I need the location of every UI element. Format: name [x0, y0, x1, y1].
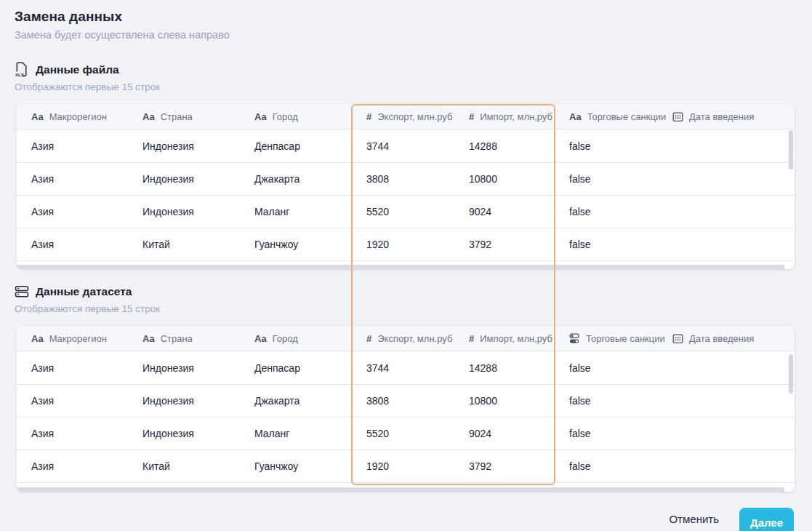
column-header-sanctions: AaТорговые санкции — [555, 104, 658, 129]
text-type-icon: Aa — [569, 112, 582, 121]
column-label: Импорт, млн,руб — [480, 111, 552, 122]
file-data-table: AaМакрорегионAaСтранаAaГород#Экспорт, мл… — [17, 104, 795, 269]
column-header-macroregion: AaМакрорегион — [17, 104, 128, 129]
table-cell: Азия — [17, 228, 128, 260]
section-subtitle-file: Отображаются первые 15 строк — [15, 81, 160, 92]
table-cell: false — [555, 351, 658, 384]
dataset-data-section-header: Данные датасета Отображаются первые 15 с… — [15, 284, 160, 314]
column-label: Импорт, млн,руб — [480, 333, 552, 344]
text-type-icon: Aa — [31, 334, 44, 343]
number-type-icon: # — [469, 334, 474, 343]
table-cell: false — [555, 163, 658, 195]
section-title-file: Данные файла — [36, 63, 119, 76]
column-header-city: AaГород — [240, 326, 352, 351]
table-cell: Индонезия — [128, 129, 240, 162]
table-cell: false — [555, 129, 658, 162]
xls-file-icon: XLS — [15, 62, 29, 77]
table-cell: Индонезия — [128, 196, 240, 228]
table-cell: 10800 — [454, 385, 555, 417]
table-cell: false — [555, 228, 658, 260]
table-cell: 5520 — [352, 196, 454, 228]
table-cell: false — [555, 385, 658, 417]
number-type-icon: # — [366, 334, 371, 343]
dataset-data-table: AaМакрорегионAaСтранаAaГород#Экспорт, мл… — [17, 326, 795, 492]
column-label: Дата введения — [689, 111, 754, 122]
table-cell: 3808 — [352, 385, 454, 417]
page-subtitle: Замена будет осуществлена слева направо — [15, 29, 230, 41]
column-label: Дата введения — [689, 333, 754, 344]
toggle-type-icon — [569, 333, 580, 344]
table-cell: Денпасар — [240, 351, 352, 384]
column-header-country: AaСтрана — [128, 326, 240, 351]
table-row: АзияКитайГуанчжоу19203792false — [17, 228, 795, 260]
table-cell: Азия — [17, 129, 128, 162]
table-cell: Азия — [17, 385, 128, 417]
column-header-country: AaСтрана — [128, 104, 240, 129]
column-header-export: #Экспорт, млн.руб — [352, 104, 454, 129]
number-type-icon: # — [366, 112, 371, 121]
table-row: АзияКитайГуанчжоу19203792false — [17, 450, 795, 482]
column-label: Макрорегион — [49, 333, 107, 344]
table-cell: Денпасар — [240, 129, 352, 162]
table-cell: 1920 — [352, 450, 454, 482]
column-header-import: #Импорт, млн,руб — [454, 104, 555, 129]
table-cell: Джакарта — [240, 385, 352, 417]
database-icon — [15, 284, 29, 299]
column-header-city: AaГород — [240, 104, 352, 129]
table-cell: 5520 — [352, 418, 454, 450]
horizontal-scrollbar-thumb[interactable] — [17, 265, 784, 269]
table-cell: false — [555, 418, 658, 450]
table-cell: Индонезия — [128, 385, 240, 417]
file-data-section-header: XLS Данные файла Отображаются первые 15 … — [15, 62, 160, 92]
table-cell: 3792 — [454, 228, 555, 260]
table-cell: Индонезия — [128, 418, 240, 450]
table-cell: Джакарта — [240, 163, 352, 195]
table-cell: 1920 — [352, 228, 454, 260]
page-title: Замена данных — [15, 9, 122, 25]
column-header-date: Дата введения — [658, 326, 795, 351]
table-cell: 14288 — [454, 351, 555, 384]
table-cell: Гуанчжоу — [240, 450, 352, 482]
replace-data-modal: Замена данных Замена будет осуществлена … — [0, 0, 812, 531]
table-cell — [658, 163, 795, 195]
column-header-sanctions: Торговые санкции — [555, 326, 658, 351]
table-cell — [658, 385, 795, 417]
table-cell: 3744 — [352, 129, 454, 162]
next-button[interactable]: Далее — [739, 508, 794, 531]
svg-text:XLS: XLS — [15, 72, 24, 77]
table-cell: Китай — [128, 450, 240, 482]
column-label: Экспорт, млн.руб — [377, 111, 452, 122]
section-title-dataset: Данные датасета — [36, 285, 132, 298]
calendar-icon — [672, 333, 683, 344]
vertical-scrollbar-thumb[interactable] — [789, 354, 793, 394]
column-label: Экспорт, млн.руб — [377, 333, 452, 344]
table-cell — [658, 351, 795, 384]
column-label: Торговые санкции — [587, 111, 667, 122]
table-cell: Азия — [17, 351, 128, 384]
horizontal-scrollbar-thumb[interactable] — [17, 487, 784, 492]
calendar-icon — [672, 111, 683, 122]
table-cell — [658, 450, 795, 482]
text-type-icon: Aa — [31, 112, 44, 121]
table-row: АзияИндонезияДенпасар374414288false — [17, 129, 795, 162]
text-type-icon: Aa — [254, 334, 267, 343]
column-label: Макрорегион — [49, 111, 107, 122]
table-row: АзияИндонезияДенпасар374414288false — [17, 351, 795, 384]
cancel-button[interactable]: Отменить — [666, 511, 722, 527]
table-cell — [658, 129, 795, 162]
table-header-row: AaМакрорегионAaСтранаAaГород#Экспорт, мл… — [17, 326, 795, 351]
table-cell: 10800 — [454, 163, 555, 195]
table-row: АзияИндонезияДжакарта380810800false — [17, 162, 795, 195]
table-cell: false — [555, 450, 658, 482]
table-row: АзияИндонезияМаланг55209024false — [17, 195, 795, 228]
table-cell: Маланг — [240, 418, 352, 450]
text-type-icon: Aa — [142, 334, 155, 343]
table-cell: Азия — [17, 163, 128, 195]
table-row: АзияИндонезияДжакарта380810800false — [17, 384, 795, 417]
table-cell — [658, 196, 795, 228]
table-cell: 9024 — [454, 418, 555, 450]
table-cell — [658, 228, 795, 260]
vertical-scrollbar-thumb[interactable] — [789, 130, 793, 169]
table-cell: Маланг — [240, 196, 352, 228]
table-cell: Индонезия — [128, 351, 240, 384]
